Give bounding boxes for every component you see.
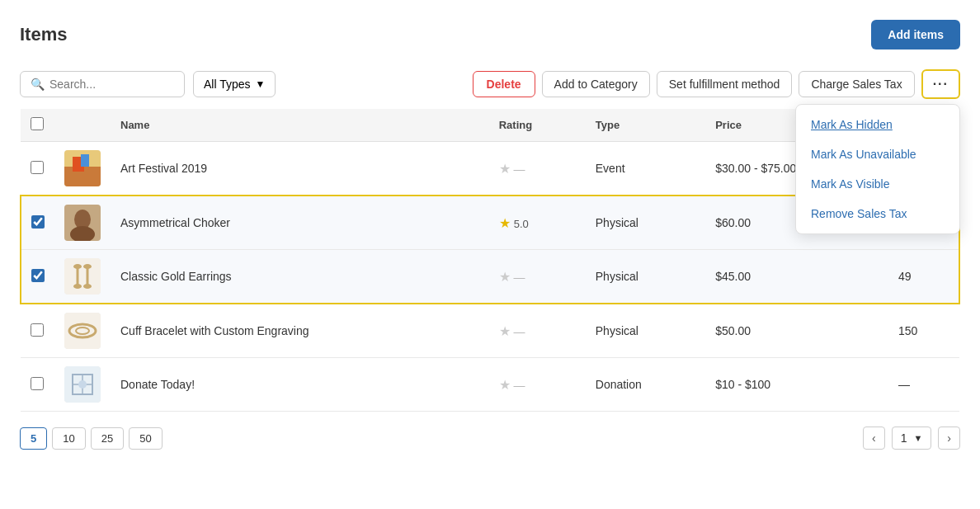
add-to-category-button[interactable]: Add to Category	[542, 71, 650, 97]
star-filled-icon: ★	[499, 216, 511, 230]
dropdown-item-mark-hidden[interactable]: Mark As Hidden	[796, 110, 959, 139]
svg-point-13	[83, 284, 92, 289]
per-page-selector: 5102550	[20, 427, 163, 450]
star-empty-icon: ★	[499, 378, 511, 392]
star-empty-icon: ★	[499, 324, 511, 338]
svg-point-11	[83, 264, 92, 269]
page-navigation: ‹ 1 ▼ ›	[863, 427, 960, 450]
item-rating: ★ —	[489, 304, 586, 358]
dropdown-item-mark-visible[interactable]: Mark As Visible	[796, 169, 959, 199]
item-type: Physical	[586, 250, 705, 304]
page-chevron-down-icon: ▼	[913, 433, 922, 443]
svg-rect-7	[64, 258, 101, 295]
more-icon: ···	[933, 77, 949, 91]
item-price: $10 - $100	[705, 358, 888, 412]
item-thumbnail	[64, 205, 101, 241]
per-page-10-button[interactable]: 10	[52, 427, 85, 450]
more-menu-container: ··· Mark As Hidden Mark As Unavailable M…	[921, 69, 960, 99]
item-extra: —	[888, 358, 959, 412]
item-thumbnail	[64, 366, 101, 403]
item-rating: ★ —	[489, 142, 586, 196]
more-button[interactable]: ···	[921, 69, 960, 99]
item-type: Donation	[586, 358, 705, 412]
col-type: Type	[586, 109, 705, 142]
item-extra: 49	[888, 250, 959, 304]
row-checkbox[interactable]	[31, 215, 45, 229]
per-page-25-button[interactable]: 25	[91, 427, 124, 450]
item-rating: ★ —	[489, 250, 586, 304]
dropdown-item-mark-unavailable[interactable]: Mark As Unavailable	[796, 139, 959, 169]
page-select[interactable]: 1 ▼	[892, 427, 932, 450]
item-type: Physical	[586, 304, 705, 358]
prev-page-button[interactable]: ‹	[863, 427, 885, 450]
search-icon: 🔍	[31, 78, 45, 91]
item-name: Cuff Bracelet with Custom Engraving	[120, 324, 309, 337]
svg-point-10	[73, 264, 82, 269]
svg-rect-3	[81, 154, 89, 167]
delete-button[interactable]: Delete	[473, 71, 535, 97]
item-type: Event	[586, 142, 705, 196]
row-checkbox[interactable]	[31, 161, 44, 174]
per-page-50-button[interactable]: 50	[129, 427, 162, 450]
chevron-down-icon: ▼	[256, 78, 266, 90]
item-name: Art Festival 2019	[120, 162, 207, 175]
item-thumbnail	[64, 313, 101, 349]
search-input[interactable]	[49, 78, 174, 91]
item-thumbnail	[64, 150, 101, 186]
item-type: Physical	[586, 196, 705, 250]
rating-value: 5.0	[514, 218, 529, 230]
table-row: Classic Gold Earrings★ —Physical$45.0049	[21, 250, 959, 304]
row-checkbox[interactable]	[31, 377, 44, 390]
item-thumbnail	[64, 258, 101, 295]
item-price: $45.00	[705, 250, 888, 304]
table-row: Donate Today!★ —Donation$10 - $100—	[21, 358, 959, 412]
item-name: Asymmetrical Choker	[120, 216, 230, 229]
item-price: $50.00	[705, 304, 888, 358]
page-title: Items	[20, 24, 67, 45]
dropdown-menu: Mark As Hidden Mark As Unavailable Mark …	[795, 104, 960, 234]
row-checkbox[interactable]	[31, 269, 45, 282]
per-page-5-button[interactable]: 5	[20, 427, 47, 450]
current-page: 1	[901, 431, 907, 445]
table-row: Cuff Bracelet with Custom Engraving★ —Ph…	[21, 304, 959, 358]
star-empty-icon: ★	[499, 270, 511, 284]
col-rating: Rating	[489, 109, 586, 142]
next-page-button[interactable]: ›	[938, 427, 960, 450]
set-fulfillment-button[interactable]: Set fulfillment method	[657, 71, 793, 97]
svg-point-21	[78, 380, 87, 389]
select-all-checkbox[interactable]	[31, 117, 44, 130]
search-box: 🔍	[20, 71, 185, 97]
dropdown-item-remove-sales-tax[interactable]: Remove Sales Tax	[796, 199, 959, 229]
item-name: Classic Gold Earrings	[120, 270, 232, 283]
item-rating: ★5.0	[489, 196, 586, 250]
item-name: Donate Today!	[120, 378, 195, 391]
svg-point-12	[73, 284, 82, 289]
add-items-button[interactable]: Add items	[871, 20, 960, 49]
item-rating: ★ —	[489, 358, 586, 412]
row-checkbox[interactable]	[31, 323, 44, 337]
charge-sales-tax-button[interactable]: Charge Sales Tax	[799, 71, 914, 97]
star-empty-icon: ★	[499, 162, 511, 176]
item-extra: 150	[888, 304, 959, 358]
all-types-filter[interactable]: All Types ▼	[193, 71, 276, 97]
col-name: Name	[111, 109, 489, 142]
